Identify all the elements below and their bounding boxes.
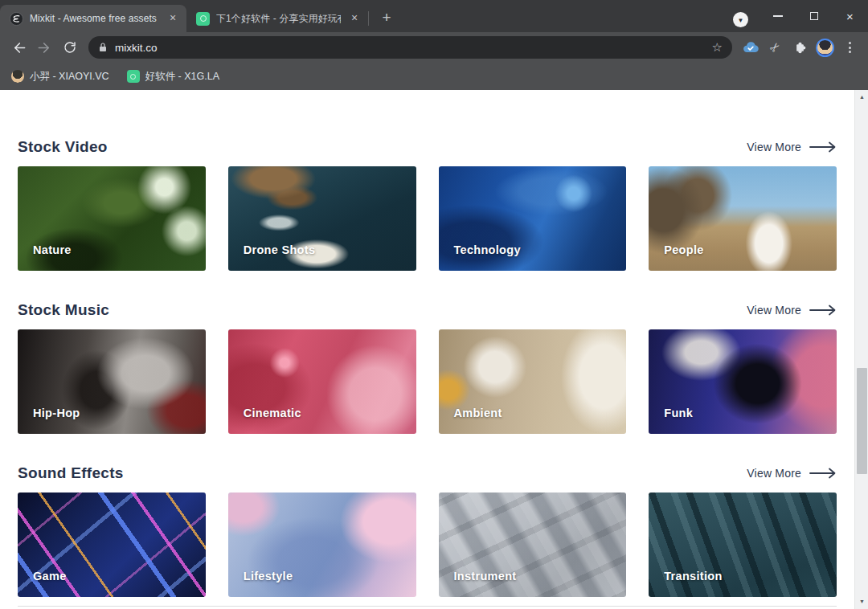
chevron-down-icon: ▼ xyxy=(738,17,744,24)
puzzle-icon xyxy=(792,40,808,55)
arrow-right-icon xyxy=(809,304,837,316)
section-title: Stock Video xyxy=(18,138,108,156)
view-more-link-stock-video[interactable]: View More xyxy=(747,141,837,153)
close-window-button[interactable]: × xyxy=(832,4,868,28)
scroll-down-icon[interactable]: ▼ xyxy=(855,595,868,608)
browser-toolbar: mixkit.co ☆ ✂ xyxy=(0,32,868,63)
scissors-icon: ✂ xyxy=(767,39,784,56)
browser-window: Mixkit - Awesome free assets f × 下1个好软件 … xyxy=(0,0,868,609)
card-game[interactable]: Game xyxy=(18,493,206,597)
card-funk[interactable]: Funk xyxy=(649,329,837,434)
cloud-extension-icon[interactable] xyxy=(739,36,762,59)
reload-icon xyxy=(63,40,77,55)
minimize-icon xyxy=(773,15,783,17)
url-text: mixkit.co xyxy=(115,42,705,54)
tab-title: 下1个好软件 - 分享实用好玩有趣 xyxy=(216,12,341,26)
card-ambient[interactable]: Ambient xyxy=(439,329,627,434)
x1g-favicon-icon xyxy=(196,12,210,26)
cards-row-sound-effects: Game Lifestyle Instrument Transition xyxy=(18,493,837,597)
card-transition[interactable]: Transition xyxy=(649,493,837,597)
lock-icon xyxy=(98,42,108,53)
avatar xyxy=(816,39,834,57)
section-divider xyxy=(18,606,837,607)
card-nature[interactable]: Nature xyxy=(18,166,206,271)
card-cinematic[interactable]: Cinematic xyxy=(228,329,416,434)
cards-row-stock-video: Nature Drone Shots Technology People xyxy=(18,166,837,271)
bookmark-star-icon[interactable]: ☆ xyxy=(712,40,723,55)
card-instrument[interactable]: Instrument xyxy=(439,493,627,597)
bookmark-green-icon xyxy=(127,70,140,83)
tab-separator xyxy=(368,11,369,26)
card-lifestyle[interactable]: Lifestyle xyxy=(228,493,416,597)
window-controls: ▼ × xyxy=(733,0,868,32)
bookmark-xiaoyi[interactable]: 小羿 - XIAOYI.VC xyxy=(11,70,109,84)
maximize-button[interactable] xyxy=(796,4,832,28)
bookmark-x1g[interactable]: 好软件 - X1G.LA xyxy=(127,70,219,84)
screenshot-extension-icon[interactable]: ✂ xyxy=(764,36,787,59)
reload-button[interactable] xyxy=(58,35,82,59)
section-title: Stock Music xyxy=(18,301,109,319)
minimize-button[interactable] xyxy=(760,4,796,28)
section-title: Sound Effects xyxy=(18,464,124,482)
page-content: Stock Video View More Nature Drone Shots… xyxy=(18,90,837,607)
tab-strip: Mixkit - Awesome free assets f × 下1个好软件 … xyxy=(0,0,868,32)
back-icon xyxy=(11,40,27,55)
view-more-link-sound-effects[interactable]: View More xyxy=(747,467,837,480)
back-button[interactable] xyxy=(6,35,31,59)
page-scrollbar[interactable]: ▲ ▼ xyxy=(854,90,868,609)
card-technology[interactable]: Technology xyxy=(439,166,627,271)
card-hip-hop[interactable]: Hip-Hop xyxy=(18,329,206,434)
arrow-right-icon xyxy=(809,468,837,479)
card-people[interactable]: People xyxy=(649,166,837,271)
kebab-menu-icon xyxy=(849,42,851,53)
profile-button[interactable] xyxy=(813,36,837,59)
forward-button[interactable] xyxy=(32,35,56,59)
arrow-right-icon xyxy=(809,141,837,153)
bookmarks-bar: 小羿 - XIAOYI.VC 好软件 - X1G.LA xyxy=(0,63,868,90)
section-header-sound-effects: Sound Effects View More xyxy=(18,463,837,484)
tab-close-icon[interactable]: × xyxy=(347,11,362,26)
cloud-icon xyxy=(742,39,760,56)
forward-icon xyxy=(37,40,52,55)
cards-row-stock-music: Hip-Hop Cinematic Ambient Funk xyxy=(18,329,837,434)
scrollbar-thumb[interactable] xyxy=(857,368,867,474)
browser-menu-button[interactable] xyxy=(838,36,862,59)
tab-x1g[interactable]: 下1个好软件 - 分享实用好玩有趣 × xyxy=(186,5,368,32)
extensions-button[interactable] xyxy=(788,36,812,59)
new-tab-button[interactable]: + xyxy=(375,7,398,30)
scroll-up-icon[interactable]: ▲ xyxy=(855,91,868,104)
media-control-button[interactable]: ▼ xyxy=(733,12,748,27)
address-bar[interactable]: mixkit.co ☆ xyxy=(88,36,732,59)
mixkit-favicon-icon xyxy=(10,12,23,26)
section-header-stock-video: Stock Video View More xyxy=(18,137,837,157)
maximize-icon xyxy=(810,12,818,20)
bookmark-avatar-icon xyxy=(11,70,24,83)
tab-title: Mixkit - Awesome free assets f xyxy=(30,13,159,24)
page-viewport: Stock Video View More Nature Drone Shots… xyxy=(0,90,868,609)
close-icon: × xyxy=(846,10,854,23)
view-more-link-stock-music[interactable]: View More xyxy=(747,304,837,317)
card-drone-shots[interactable]: Drone Shots xyxy=(228,166,416,271)
tab-mixkit[interactable]: Mixkit - Awesome free assets f × xyxy=(0,5,186,32)
tab-close-icon[interactable]: × xyxy=(166,11,180,26)
section-header-stock-music: Stock Music View More xyxy=(18,300,837,321)
